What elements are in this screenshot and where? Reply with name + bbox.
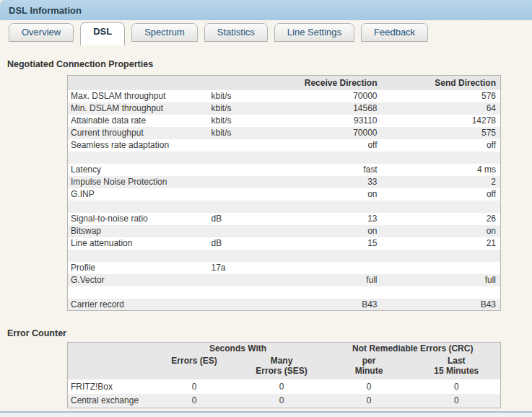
receive-value: fast — [263, 164, 382, 176]
receive-value: 13 — [263, 213, 382, 225]
error-row-label: FRITZ!Box — [68, 379, 151, 394]
tab-feedback[interactable]: Feedback — [361, 23, 428, 42]
col-header-per-minute: per Minute — [326, 355, 413, 379]
table-row-spacer — [68, 152, 501, 164]
property-label — [68, 286, 209, 299]
property-label: Bitswap — [68, 225, 209, 237]
property-label: Carrier record — [68, 299, 209, 311]
table-row: Max. DSLAM throughputkbit/s70000576 — [68, 90, 501, 102]
send-value: B43 — [382, 299, 501, 311]
property-label: Signal-to-noise ratio — [68, 213, 209, 225]
property-unit — [209, 286, 263, 299]
col-header-last-15-minutes: Last 15 Minutes — [413, 355, 501, 379]
page-title: DSL Information — [9, 5, 82, 16]
tab-bar: Overview DSL Spectrum Statistics Line Se… — [0, 20, 532, 45]
property-label: Line attenuation — [68, 237, 209, 250]
receive-value — [263, 152, 382, 164]
property-unit: dB — [209, 213, 263, 225]
property-unit: 17a — [209, 262, 263, 274]
ses-value: 0 — [238, 394, 326, 408]
property-label: G.Vector — [68, 274, 209, 286]
receive-value: 70000 — [263, 90, 382, 102]
send-value: on — [382, 225, 501, 237]
send-value: 26 — [382, 213, 501, 225]
dsl-information-page: DSL Information Overview DSL Spectrum St… — [0, 0, 532, 417]
col-header-many-errors-ses: Many Errors (SES) — [238, 355, 326, 379]
property-label: Profile — [68, 262, 209, 274]
table-row: Min. DSLAM throughputkbit/s1456864 — [68, 102, 501, 115]
per-minute-value: 0 — [326, 379, 413, 394]
table-row: Profile17a — [68, 262, 501, 274]
tab-spectrum[interactable]: Spectrum — [131, 23, 198, 42]
receive-value: 93110 — [263, 115, 382, 127]
receive-value: B43 — [263, 299, 382, 311]
table-row: Impulse Noise Protection332 — [68, 176, 501, 188]
table-row-spacer — [68, 201, 501, 213]
property-unit: kbit/s — [209, 115, 263, 127]
page-title-bar: DSL Information — [0, 0, 532, 20]
property-unit — [209, 274, 263, 286]
property-label: Attainable data rate — [68, 115, 209, 127]
property-label: Latency — [68, 164, 209, 176]
sub-header-row: Errors (ES) Many Errors (SES) per Minute… — [68, 355, 501, 379]
send-value: off — [382, 139, 501, 152]
last-15-value: 0 — [413, 394, 501, 408]
receive-value: 70000 — [263, 127, 382, 139]
table-row: Seamless rate adaptationoffoff — [68, 139, 501, 152]
send-value: 64 — [382, 102, 501, 115]
send-value: 4 ms — [382, 164, 501, 176]
property-unit — [209, 176, 263, 188]
table-row: Latencyfast4 ms — [68, 164, 501, 176]
property-unit: kbit/s — [209, 127, 263, 139]
group-header-row: Seconds With Not Remediable Errors (CRC) — [68, 343, 501, 355]
per-minute-value: 0 — [326, 394, 413, 408]
table-row: FRITZ!Box 0 0 0 0 — [68, 379, 501, 394]
error-row-label: Central exchange — [68, 394, 151, 408]
property-unit — [209, 250, 263, 262]
property-label: Impulse Noise Protection — [68, 176, 209, 188]
property-unit — [209, 188, 263, 201]
send-value: 14278 — [382, 115, 501, 127]
send-value: 575 — [382, 127, 501, 139]
tab-overview[interactable]: Overview — [9, 23, 74, 42]
section-heading-error-counter: Error Counter — [7, 328, 532, 338]
receive-value — [263, 201, 382, 213]
receive-value — [263, 250, 382, 262]
error-table-header: Seconds With Not Remediable Errors (CRC)… — [68, 343, 501, 379]
tab-statistics[interactable]: Statistics — [204, 23, 268, 42]
receive-value — [263, 262, 382, 274]
header-spacer — [68, 343, 151, 355]
receive-value: on — [263, 188, 382, 201]
receive-value — [263, 286, 382, 299]
property-label — [68, 201, 209, 213]
negotiated-table-body: Max. DSLAM throughputkbit/s70000576 Min.… — [68, 90, 501, 311]
negotiated-connection-table: Receive Direction Send Direction Max. DS… — [67, 75, 501, 311]
property-label: Max. DSLAM throughput — [68, 90, 209, 102]
header-row: Receive Direction Send Direction — [68, 76, 501, 90]
error-table-body: FRITZ!Box 0 0 0 0 Central exchange 0 0 0… — [68, 379, 501, 408]
receive-value: 15 — [263, 237, 382, 250]
table-row: G.INPonoff — [68, 188, 501, 201]
table-row: G.Vectorfullfull — [68, 274, 501, 286]
send-value: off — [382, 188, 501, 201]
property-unit — [209, 299, 263, 311]
table-row: Attainable data ratekbit/s9311014278 — [68, 115, 501, 127]
table-row-spacer — [68, 286, 501, 299]
group-header-seconds-with: Seconds With — [151, 343, 326, 355]
header-spacer — [68, 76, 209, 90]
col-header-receive: Receive Direction — [263, 76, 382, 90]
receive-value: off — [263, 139, 382, 152]
header-spacer — [209, 76, 263, 90]
table-row: Line attenuationdB1521 — [68, 237, 501, 250]
tab-line-settings[interactable]: Line Settings — [274, 23, 354, 42]
send-value — [382, 262, 501, 274]
property-unit — [209, 152, 263, 164]
negotiated-table-header: Receive Direction Send Direction — [68, 76, 501, 90]
send-value: 21 — [382, 237, 501, 250]
group-header-crc: Not Remediable Errors (CRC) — [326, 343, 501, 355]
table-row: Central exchange 0 0 0 0 — [68, 394, 501, 408]
send-value — [382, 152, 501, 164]
property-label — [68, 152, 209, 164]
table-row: Carrier recordB43B43 — [68, 299, 501, 311]
tab-dsl[interactable]: DSL — [80, 22, 125, 45]
